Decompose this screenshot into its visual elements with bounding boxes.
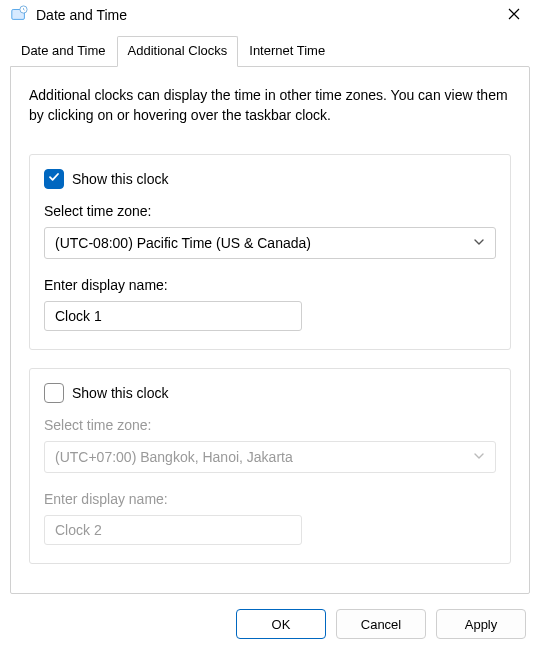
clock1-timezone-select[interactable]: (UTC-08:00) Pacific Time (US & Canada) — [44, 227, 496, 259]
clock2-timezone-label: Select time zone: — [44, 417, 496, 433]
close-icon — [508, 8, 520, 23]
clock1-displayname-input[interactable]: Clock 1 — [44, 301, 302, 331]
chevron-down-icon — [473, 449, 485, 465]
apply-button[interactable]: Apply — [436, 609, 526, 639]
tab-panel-additional-clocks: Additional clocks can display the time i… — [10, 66, 530, 594]
tabstrip: Date and Time Additional Clocks Internet… — [0, 36, 540, 67]
clock1-group: Show this clock Select time zone: (UTC-0… — [29, 154, 511, 350]
check-icon — [48, 171, 60, 186]
titlebar: Date and Time — [0, 0, 540, 30]
tab-additional-clocks[interactable]: Additional Clocks — [117, 36, 239, 67]
clock2-group: Show this clock Select time zone: (UTC+0… — [29, 368, 511, 564]
clock1-show-checkbox[interactable] — [44, 169, 64, 189]
clock1-timezone-label: Select time zone: — [44, 203, 496, 219]
tab-date-and-time[interactable]: Date and Time — [10, 36, 117, 67]
clock2-displayname-label: Enter display name: — [44, 491, 496, 507]
clock2-timezone-value: (UTC+07:00) Bangkok, Hanoi, Jakarta — [55, 449, 293, 465]
close-button[interactable] — [494, 0, 534, 30]
clock1-displayname-label: Enter display name: — [44, 277, 496, 293]
window-title: Date and Time — [36, 7, 127, 23]
ok-button[interactable]: OK — [236, 609, 326, 639]
clock2-show-row: Show this clock — [44, 383, 496, 403]
tab-internet-time[interactable]: Internet Time — [238, 36, 336, 67]
clock1-timezone-value: (UTC-08:00) Pacific Time (US & Canada) — [55, 235, 311, 251]
dialog-button-row: OK Cancel Apply — [0, 595, 540, 650]
chevron-down-icon — [473, 235, 485, 251]
clock2-displayname-input: Clock 2 — [44, 515, 302, 545]
app-icon — [10, 5, 28, 26]
clock2-timezone-select: (UTC+07:00) Bangkok, Hanoi, Jakarta — [44, 441, 496, 473]
panel-description: Additional clocks can display the time i… — [29, 85, 511, 126]
titlebar-left: Date and Time — [10, 5, 127, 26]
clock1-displayname-value: Clock 1 — [55, 308, 102, 324]
clock2-show-label: Show this clock — [72, 385, 168, 401]
date-time-window: Date and Time Date and Time Additional C… — [0, 0, 540, 650]
clock1-show-label: Show this clock — [72, 171, 168, 187]
clock2-show-checkbox[interactable] — [44, 383, 64, 403]
cancel-button[interactable]: Cancel — [336, 609, 426, 639]
clock2-displayname-value: Clock 2 — [55, 522, 102, 538]
clock1-show-row: Show this clock — [44, 169, 496, 189]
